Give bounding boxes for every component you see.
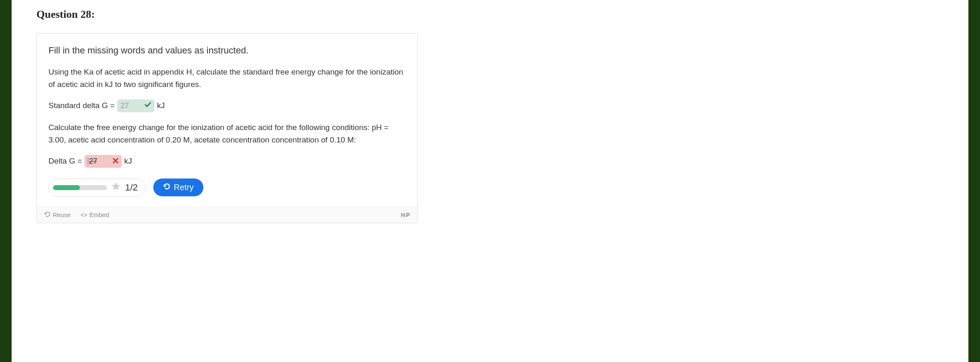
right-border: [968, 0, 980, 362]
retry-label: Retry: [174, 183, 194, 192]
left-border: [0, 0, 12, 362]
reuse-label: Reuse: [53, 211, 70, 218]
score-text: 1/2: [125, 182, 138, 193]
card-body: Fill in the missing words and values as …: [37, 34, 417, 207]
embed-icon: <>: [80, 212, 87, 218]
reuse-link[interactable]: Reuse: [44, 211, 70, 219]
answer-2-unit: kJ: [124, 157, 132, 166]
score-row: 1/2 Retry: [48, 179, 406, 197]
card-footer: Reuse <> Embed H-P: [37, 207, 417, 223]
answer-2-prefix: Delta G =: [48, 157, 82, 166]
answer-1-line: Standard delta G = 27 kJ: [48, 99, 406, 112]
answer-2-value: 27: [88, 157, 97, 166]
retry-button[interactable]: Retry: [153, 179, 204, 196]
embed-label: Embed: [89, 211, 109, 218]
answer-2-input[interactable]: 27: [84, 155, 122, 168]
problem-1-text: Using the Ka of acetic acid in appendix …: [48, 66, 406, 91]
x-icon: [113, 157, 118, 166]
question-title: Question 28:: [36, 8, 944, 21]
answer-1-prefix: Standard delta G =: [48, 101, 115, 110]
instruction-text: Fill in the missing words and values as …: [48, 45, 406, 56]
main-content: Question 28: Fill in the missing words a…: [12, 0, 968, 362]
star-icon: [111, 181, 121, 194]
answer-1-value: 27: [121, 101, 129, 110]
reuse-icon: [44, 211, 51, 219]
text-cursor: [88, 158, 88, 165]
problem-2-text: Calculate the free energy change for the…: [48, 121, 406, 147]
h5p-badge[interactable]: H-P: [401, 212, 410, 218]
check-icon: [145, 101, 151, 110]
retry-icon: [163, 183, 171, 192]
question-card: Fill in the missing words and values as …: [36, 33, 418, 223]
progress-bar: [53, 185, 107, 190]
answer-1-unit: kJ: [157, 101, 165, 110]
embed-link[interactable]: <> Embed: [80, 211, 109, 218]
progress-fill: [53, 185, 80, 190]
answer-2-line: Delta G = 27 kJ: [48, 155, 406, 168]
answer-1-input[interactable]: 27: [117, 99, 154, 112]
score-pill: 1/2: [48, 179, 146, 197]
